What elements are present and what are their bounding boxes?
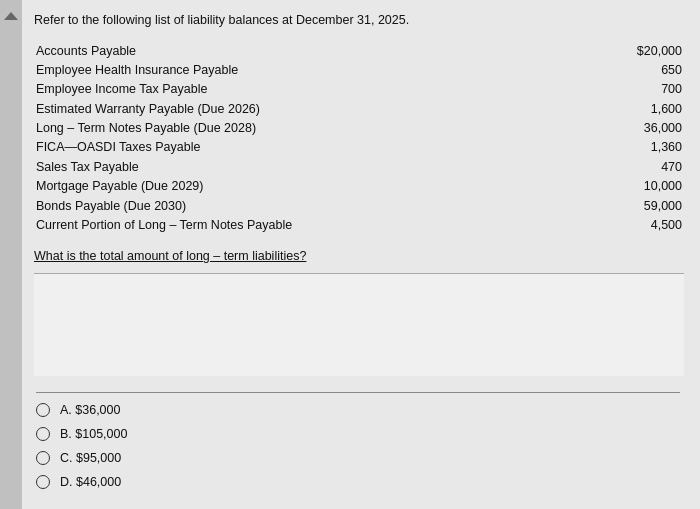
liability-row: Current Portion of Long – Term Notes Pay… — [34, 216, 684, 235]
liability-amount: 1,360 — [622, 138, 682, 157]
choice-label: A. $36,000 — [60, 403, 120, 417]
liability-name: Estimated Warranty Payable (Due 2026) — [36, 100, 260, 119]
radio-button[interactable] — [36, 475, 50, 489]
liability-name: Employee Income Tax Payable — [36, 80, 207, 99]
liability-row: Long – Term Notes Payable (Due 2028)36,0… — [34, 119, 684, 138]
liability-amount: 36,000 — [622, 119, 682, 138]
liability-row: FICA—OASDI Taxes Payable1,360 — [34, 138, 684, 157]
nav-up-icon[interactable] — [4, 12, 18, 20]
liability-table: Accounts Payable$20,000Employee Health I… — [34, 42, 684, 236]
liability-name: Accounts Payable — [36, 42, 136, 61]
radio-button[interactable] — [36, 427, 50, 441]
liability-name: FICA—OASDI Taxes Payable — [36, 138, 200, 157]
liability-amount: 1,600 — [622, 100, 682, 119]
left-sidebar — [0, 0, 22, 509]
liability-row: Employee Income Tax Payable700 — [34, 80, 684, 99]
choices-container: A. $36,000B. $105,000C. $95,000D. $46,00… — [36, 403, 680, 489]
liability-amount: 59,000 — [622, 197, 682, 216]
choice-label: D. $46,000 — [60, 475, 121, 489]
liability-row: Accounts Payable$20,000 — [34, 42, 684, 61]
divider — [36, 392, 680, 393]
intro-text: Refer to the following list of liability… — [34, 12, 684, 30]
radio-button[interactable] — [36, 403, 50, 417]
choices-section: A. $36,000B. $105,000C. $95,000D. $46,00… — [22, 376, 700, 509]
liability-row: Sales Tax Payable470 — [34, 158, 684, 177]
liability-name: Bonds Payable (Due 2030) — [36, 197, 186, 216]
liability-name: Employee Health Insurance Payable — [36, 61, 238, 80]
liability-row: Bonds Payable (Due 2030)59,000 — [34, 197, 684, 216]
liability-amount: 650 — [622, 61, 682, 80]
choice-item[interactable]: A. $36,000 — [36, 403, 680, 417]
choice-label: B. $105,000 — [60, 427, 127, 441]
liability-amount: 470 — [622, 158, 682, 177]
liability-name: Sales Tax Payable — [36, 158, 139, 177]
liability-name: Mortgage Payable (Due 2029) — [36, 177, 203, 196]
liability-amount: 10,000 — [622, 177, 682, 196]
choice-label: C. $95,000 — [60, 451, 121, 465]
liability-name: Current Portion of Long – Term Notes Pay… — [36, 216, 292, 235]
liability-name: Long – Term Notes Payable (Due 2028) — [36, 119, 256, 138]
liability-row: Mortgage Payable (Due 2029)10,000 — [34, 177, 684, 196]
choice-item[interactable]: D. $46,000 — [36, 475, 680, 489]
what-is-text: What is the total amount of long – term … — [34, 249, 684, 263]
liability-amount: $20,000 — [622, 42, 682, 61]
liability-amount: 4,500 — [622, 216, 682, 235]
liability-row: Estimated Warranty Payable (Due 2026)1,6… — [34, 100, 684, 119]
radio-button[interactable] — [36, 451, 50, 465]
choice-item[interactable]: B. $105,000 — [36, 427, 680, 441]
liability-row: Employee Health Insurance Payable650 — [34, 61, 684, 80]
liability-amount: 700 — [622, 80, 682, 99]
choice-item[interactable]: C. $95,000 — [36, 451, 680, 465]
